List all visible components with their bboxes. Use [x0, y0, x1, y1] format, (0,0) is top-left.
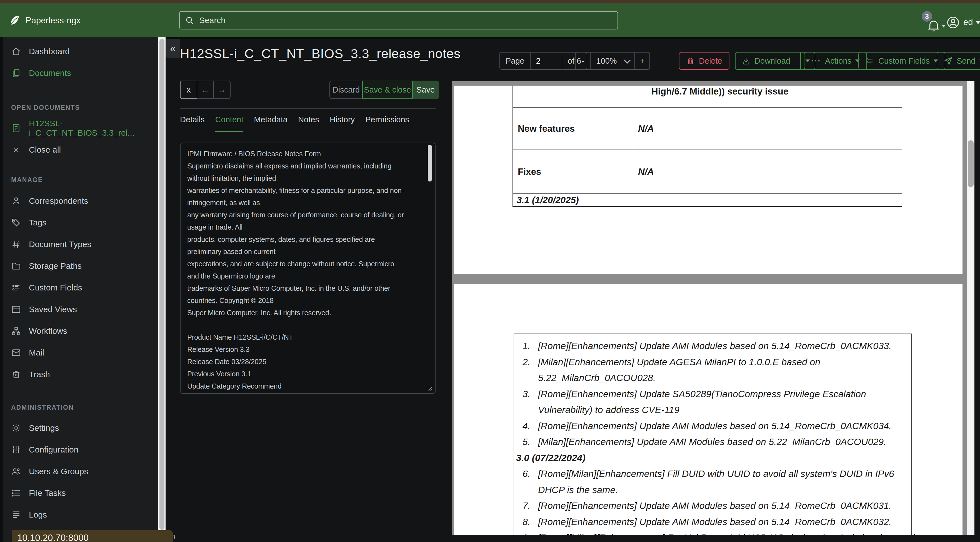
page-label: Page	[500, 53, 530, 69]
sidebar-item-label: Mail	[29, 348, 44, 357]
sidebar-item-close-all[interactable]: Close all	[3, 139, 165, 161]
username-label[interactable]: ed	[963, 17, 973, 27]
user-avatar-icon[interactable]	[946, 16, 960, 29]
tab-history[interactable]: History	[330, 115, 355, 132]
table-cell: N/A	[633, 108, 902, 150]
tab-content[interactable]: Content	[215, 115, 243, 132]
release-note-line: 4.[Rome][Enhancements] Update AMI Module…	[514, 418, 912, 434]
sidebar-item-label: Dashboard	[29, 47, 70, 56]
pdf-preview-viewport[interactable]: High/6.7 Middle)) security issue New fea…	[452, 81, 967, 535]
document-title: H12SSL-i_C_CT_NT_BIOS_3.3_release_notes	[180, 46, 461, 61]
discard-button[interactable]: Discard	[329, 81, 363, 99]
page-number-input[interactable]	[530, 53, 562, 69]
save-and-close-button[interactable]: Save & close	[362, 81, 413, 99]
notification-count-badge: 3	[922, 11, 932, 22]
sidebar-item-correspondents[interactable]: Correspondents	[3, 190, 165, 212]
sidebar-item-workflows[interactable]: Workflows	[3, 320, 165, 342]
zoom-level-select[interactable]: 100%	[590, 53, 635, 69]
sidebar-item-trash[interactable]: Trash	[3, 363, 165, 385]
saved-views-icon	[11, 304, 21, 314]
chevron-down-icon	[942, 25, 945, 27]
toolbar-divider	[180, 108, 436, 109]
zoom-out-button[interactable]: -	[576, 53, 590, 69]
tab-details[interactable]: Details	[180, 115, 205, 132]
resize-grip-icon[interactable]	[426, 384, 433, 392]
sidebar-item-file-tasks[interactable]: File Tasks	[3, 482, 165, 504]
sidebar-item-label: Logs	[29, 510, 47, 520]
window-top-strip	[0, 0, 980, 3]
trash-icon	[11, 370, 21, 379]
browser-status-bar: 10.10.20.70:8000	[12, 530, 173, 542]
download-button-label: Download	[754, 56, 790, 65]
table-cell: New features	[513, 108, 633, 150]
search-input[interactable]	[199, 15, 612, 25]
custom-fields-icon	[865, 56, 875, 65]
next-document-button[interactable]: →	[213, 81, 231, 99]
paperless-logo-icon	[8, 13, 21, 27]
sidebar-item-custom-fields[interactable]: Custom Fields	[3, 277, 165, 298]
send-icon	[944, 56, 953, 65]
sidebar-item-configuration[interactable]: Configuration	[3, 439, 165, 461]
content-scrollbar-thumb[interactable]	[428, 145, 432, 182]
pdf-scrollbar-thumb[interactable]	[968, 140, 974, 187]
save-button[interactable]: Save	[412, 81, 439, 99]
search-icon	[185, 16, 194, 25]
tab-metadata[interactable]: Metadata	[254, 115, 288, 132]
sidebar-item-mail[interactable]: Mail	[3, 342, 165, 363]
sidebar-item-saved-views[interactable]: Saved Views	[3, 298, 165, 320]
sidebar-item-users-groups[interactable]: Users & Groups	[3, 461, 165, 482]
chevron-down-icon	[975, 21, 980, 24]
previous-document-button[interactable]: ←	[197, 81, 214, 99]
table-row: New features N/A	[513, 108, 902, 150]
actions-button[interactable]: ··· Actions	[804, 52, 867, 70]
actions-button-label: Actions	[825, 56, 851, 65]
tag-icon	[11, 218, 21, 228]
release-notes-list: 1.[Rome][Enhancements] Update AMI Module…	[514, 333, 912, 535]
collapse-sidebar-button[interactable]: «	[165, 39, 180, 58]
sidebar: Dashboard Documents OPEN DOCUMENTS H12SS…	[3, 37, 165, 542]
tab-notes[interactable]: Notes	[298, 115, 319, 132]
sidebar-item-label: Users & Groups	[29, 467, 88, 476]
send-button-label: Send	[957, 56, 975, 65]
sidebar-item-tags[interactable]: Tags	[3, 212, 165, 233]
sidebar-item-settings[interactable]: Settings	[3, 417, 165, 439]
delete-button[interactable]: Delete	[679, 52, 729, 70]
release-note-line: 2.[Milan][Enhancements] Update AGESA Mil…	[514, 354, 912, 370]
sidebar-scrollbar-thumb[interactable]	[159, 39, 164, 530]
global-search[interactable]	[179, 11, 618, 29]
custom-fields-button-label: Custom Fields	[878, 56, 930, 65]
zoom-in-button[interactable]: +	[635, 53, 649, 69]
sidebar-item-document-types[interactable]: Document Types	[3, 233, 165, 255]
table-cell: N/A	[633, 150, 902, 193]
home-icon	[11, 46, 21, 56]
sidebar-item-logs[interactable]: Logs	[3, 504, 165, 526]
release-note-line: 5.[Milan][Enhancements] Update AMI Modul…	[514, 434, 912, 450]
sidebar-item-label: Correspondents	[29, 196, 88, 206]
manage-header: MANAGE	[3, 176, 165, 184]
custom-fields-icon	[11, 283, 21, 293]
tab-permissions[interactable]: Permissions	[365, 115, 409, 132]
sidebar-item-storage-paths[interactable]: Storage Paths	[3, 255, 165, 277]
table-row: High/6.7 Middle)) security issue	[513, 86, 902, 108]
table-cell	[513, 86, 633, 107]
table-cell: High/6.7 Middle)) security issue	[633, 86, 902, 107]
sidebar-item-label: Storage Paths	[29, 261, 82, 271]
custom-fields-button[interactable]: Custom Fields	[858, 52, 945, 70]
page-navigation: Page of 6	[500, 52, 587, 70]
paperless-app: Paperless-ngx 3 ed Dashboar	[0, 0, 980, 542]
send-button[interactable]: Send	[937, 52, 980, 70]
sidebar-item-dashboard[interactable]: Dashboard	[3, 41, 165, 62]
sidebar-item-documents[interactable]: Documents	[3, 62, 165, 84]
close-document-button[interactable]: x	[180, 81, 197, 99]
trash-icon	[686, 56, 695, 65]
pdf-page-1: High/6.7 Middle)) security issue New fea…	[454, 86, 963, 274]
release-note-line: 1.[Rome][Enhancements] Update AMI Module…	[514, 338, 912, 354]
sidebar-item-open-document[interactable]: H12SSL-i_C_CT_NT_BIOS_3.3_rel...	[3, 117, 165, 139]
document-content-textarea[interactable]: IPMI Firmware / BIOS Release Notes Form …	[180, 143, 436, 394]
zoom-controls: - 100% +	[575, 52, 650, 70]
sidebar-item-label: File Tasks	[29, 488, 66, 498]
release-note-line: Vulnerability) to address CVE-119	[514, 402, 912, 418]
download-button[interactable]: Download	[735, 53, 796, 69]
person-icon	[11, 196, 21, 206]
release-note-line: 8.[Rome][Enhancements] Update AMI Module…	[514, 514, 912, 530]
